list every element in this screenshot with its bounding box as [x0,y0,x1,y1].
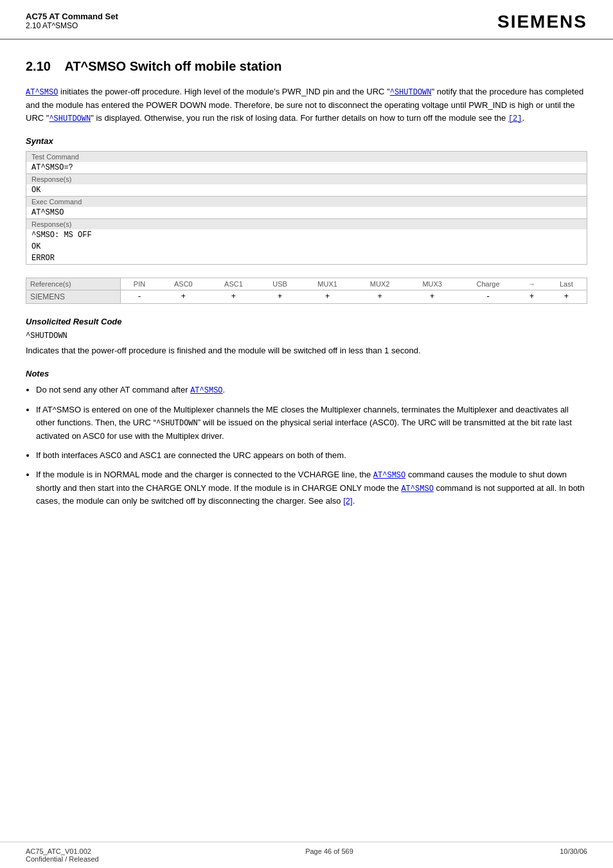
ref-val-asc1: + [208,290,258,304]
page-footer: AC75_ATC_V01.002 Confidential / Released… [0,842,613,868]
syntax-heading: Syntax [26,136,587,146]
section-heading: AT^SMSO Switch off mobile station [64,59,281,73]
section-title: 2.10 AT^SMSO Switch off mobile station [26,53,587,74]
exec-response-row-2: OK [26,241,587,252]
ref-link-intro[interactable]: [2] [508,114,522,123]
intro-text-6: " is displayed. Otherwise, you run the r… [91,113,508,123]
header-title-line1: AC75 AT Command Set [26,12,118,21]
test-command-text: AT^SMSO=? [26,162,587,174]
note-3-text: If both interfaces ASC0 and ASC1 are con… [36,450,346,460]
page-header: AC75 AT Command Set 2.10 AT^SMSO SIEMENS [0,0,613,40]
ref-val-last: + [546,290,587,304]
exec-response-3: ERROR [26,252,587,265]
ref-header-row: Reference(s) PIN ASC0 ASC1 USB MUX1 MUX2… [26,278,587,290]
note-2-urc: ^SHUTDOWN [156,419,198,428]
exec-command-row: AT^SMSO [26,207,587,219]
ref-label: Reference(s) [26,278,121,290]
ref-val-mux2: + [353,290,406,304]
footer-center: Page 46 of 569 [305,847,353,863]
exec-command-label-row: Exec Command [26,197,587,208]
test-command-row: AT^SMSO=? [26,162,587,174]
test-response-row: OK [26,184,587,197]
ref-val-charge: - [458,290,517,304]
ref-value-row: SIEMENS - + + + + + + - + + [26,290,587,304]
test-response-label-row: Response(s) [26,174,587,185]
ref-col-usb: USB [258,278,301,290]
exec-response-label-row: Response(s) [26,219,587,230]
ref-val-asc0: + [158,290,208,304]
ref-col-pin: PIN [120,278,158,290]
ref-val-arrow: + [518,290,546,304]
exec-response-row-3: ERROR [26,252,587,265]
intro-period: . [522,113,525,123]
reference-table: Reference(s) PIN ASC0 ASC1 USB MUX1 MUX2… [26,278,587,304]
header-title-line2: 2.10 AT^SMSO [26,21,118,30]
note-item-3: If both interfaces ASC0 and ASC1 are con… [36,449,587,462]
shutdown-link-2[interactable]: ^SHUTDOWN [49,114,91,123]
urc-code: ^SHUTDOWN [26,332,587,341]
syntax-table: Test Command AT^SMSO=? Response(s) OK Ex… [26,151,587,265]
exec-response-row-1: ^SMSO: MS OFF [26,229,587,241]
urc-description: Indicates that the power-off procedure i… [26,344,587,357]
atsmso-note4-link2[interactable]: AT^SMSO [401,484,433,493]
note-4-text-before: If the module is in NORMAL mode and the … [36,470,373,479]
exec-response-1: ^SMSO: MS OFF [26,229,587,241]
shutdown-link-1[interactable]: ^SHUTDOWN [390,88,432,97]
exec-response-2: OK [26,241,587,252]
intro-paragraph: AT^SMSO initiates the power-off procedur… [26,85,587,125]
ref-col-last: Last [546,278,587,290]
atsmso-link-intro[interactable]: AT^SMSO [26,88,58,97]
test-response-text: OK [26,184,587,197]
ref-siemens: SIEMENS [26,290,121,304]
siemens-logo: SIEMENS [497,12,587,32]
exec-command-label: Exec Command [26,197,587,208]
intro-text-2: initiates the power-off procedure. High … [58,87,389,96]
ref-link-note4[interactable]: [2] [343,496,352,506]
ref-col-arrow: → [518,278,546,290]
ref-col-mux2: MUX2 [353,278,406,290]
ref-val-mux3: + [406,290,459,304]
atsmso-note-link[interactable]: AT^SMSO [190,386,222,395]
atsmso-note4-link1[interactable]: AT^SMSO [373,471,405,480]
page-content: 2.10 AT^SMSO Switch off mobile station A… [0,40,613,527]
footer-left: AC75_ATC_V01.002 Confidential / Released [26,847,99,863]
section-number: 2.10 [26,59,51,73]
note-item-2: If AT^SMSO is entered on one of the Mult… [36,403,587,443]
header-title: AC75 AT Command Set 2.10 AT^SMSO [26,12,118,30]
test-command-label-row: Test Command [26,152,587,163]
notes-list: Do not send any other AT command after A… [36,384,587,508]
notes-heading: Notes [26,369,587,378]
exec-command-text: AT^SMSO [26,207,587,219]
note-item-4: If the module is in NORMAL mode and the … [36,468,587,508]
exec-response-label: Response(s) [26,219,587,230]
note-1-period: . [223,385,226,394]
test-command-label: Test Command [26,152,587,163]
footer-right: 10/30/06 [560,847,587,863]
ref-val-mux1: + [301,290,354,304]
note-1-text-before: Do not send any other AT command after [36,385,190,394]
ref-col-asc1: ASC1 [208,278,258,290]
footer-confidential: Confidential / Released [26,855,99,863]
ref-val-pin: - [120,290,158,304]
ref-col-asc0: ASC0 [158,278,208,290]
note-4-period: . [353,496,355,506]
note-item-1: Do not send any other AT command after A… [36,384,587,397]
ref-val-usb: + [258,290,301,304]
test-response-label: Response(s) [26,174,587,185]
urc-heading: Unsolicited Result Code [26,317,587,326]
ref-col-mux1: MUX1 [301,278,354,290]
ref-col-charge: Charge [458,278,517,290]
footer-doc-id: AC75_ATC_V01.002 [26,847,99,855]
ref-col-mux3: MUX3 [406,278,459,290]
